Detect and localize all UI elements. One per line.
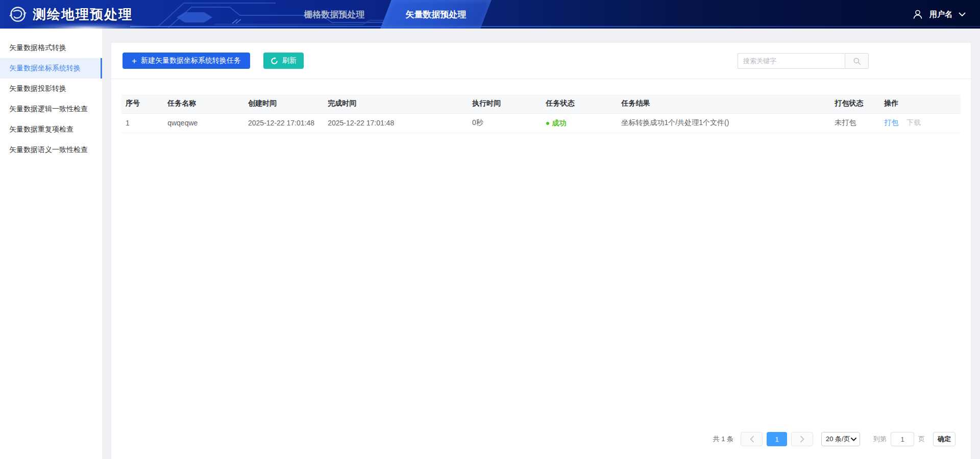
sidebar-item-logical-consistency-check[interactable]: 矢量数据逻辑一致性检查	[0, 99, 102, 119]
search-box	[738, 53, 869, 69]
sidebar: 矢量数据格式转换 矢量数据坐标系统转换 矢量数据投影转换 矢量数据逻辑一致性检查…	[0, 29, 102, 459]
cell-actions: 打包 下载	[880, 113, 961, 133]
col-task-name: 任务名称	[163, 94, 244, 113]
tab-raster-preprocessing[interactable]: 栅格数据预处理	[286, 0, 383, 29]
tasks-table: 序号 任务名称 创建时间 完成时间 执行时间 任务状态 任务结果 打包状态 操作…	[121, 94, 961, 133]
cell-finished-at: 2025-12-22 17:01:48	[324, 113, 468, 133]
status-dot-icon	[546, 122, 549, 125]
search-icon	[853, 57, 861, 65]
user-icon	[912, 9, 923, 20]
main-panel: + 新建矢量数据坐标系统转换任务 刷新	[111, 43, 971, 459]
refresh-button[interactable]: 刷新	[263, 53, 304, 69]
user-name: 用户名	[929, 10, 952, 19]
refresh-icon	[271, 57, 278, 65]
goto-prefix-label: 到第	[873, 435, 887, 444]
goto-page-input[interactable]	[891, 432, 914, 446]
tab-vector-preprocessing[interactable]: 矢量数据预处理	[386, 0, 486, 29]
chevron-left-icon	[749, 436, 754, 443]
chevron-right-icon	[800, 436, 805, 443]
app-header: 测绘地理预处理 栅格数据预处理 矢量数据预处理 用户名	[0, 0, 980, 29]
pagination: 共 1 条 1 20 条/页 到第 页 确定	[713, 432, 955, 446]
sidebar-item-projection-conversion[interactable]: 矢量数据投影转换	[0, 79, 102, 99]
sidebar-item-format-conversion[interactable]: 矢量数据格式转换	[0, 38, 102, 58]
search-button[interactable]	[845, 53, 869, 69]
app-logo-icon	[8, 5, 28, 24]
col-duration: 执行时间	[468, 94, 542, 113]
toolbar: + 新建矢量数据坐标系统转换任务 刷新	[111, 43, 971, 79]
col-actions: 操作	[880, 94, 961, 113]
cell-status: 成功	[542, 113, 618, 133]
page-number-button[interactable]: 1	[767, 432, 787, 446]
status-badge: 成功	[546, 119, 567, 128]
pagination-total: 共 1 条	[713, 435, 733, 444]
download-link[interactable]: 下载	[906, 118, 921, 126]
prev-page-button[interactable]	[741, 432, 763, 446]
table-header-row: 序号 任务名称 创建时间 完成时间 执行时间 任务状态 任务结果 打包状态 操作	[121, 94, 961, 113]
cell-duration: 0秒	[468, 113, 542, 133]
sidebar-item-semantic-consistency-check[interactable]: 矢量数据语义一致性检查	[0, 140, 102, 160]
app-title: 测绘地理预处理	[33, 6, 133, 23]
col-created-at: 创建时间	[244, 94, 324, 113]
col-result: 任务结果	[618, 94, 831, 113]
cell-package-status: 未打包	[830, 113, 880, 133]
col-finished-at: 完成时间	[324, 94, 468, 113]
sidebar-item-coordinate-system-conversion[interactable]: 矢量数据坐标系统转换	[0, 58, 102, 79]
top-tabs: 栅格数据预处理 矢量数据预处理	[286, 0, 486, 29]
col-package-status: 打包状态	[830, 94, 880, 113]
cell-result: 坐标转换成功1个/共处理1个文件()	[618, 113, 831, 133]
goto-confirm-button[interactable]: 确定	[933, 432, 955, 446]
next-page-button[interactable]	[791, 432, 813, 446]
table-row: 1 qwqeqwe 2025-12-22 17:01:48 2025-12-22…	[121, 113, 961, 133]
col-index: 序号	[121, 94, 163, 113]
goto-suffix-label: 页	[918, 435, 925, 444]
plus-icon: +	[132, 57, 137, 65]
cell-task-name: qwqeqwe	[163, 113, 244, 133]
package-link[interactable]: 打包	[884, 118, 898, 126]
cell-created-at: 2025-12-22 17:01:48	[244, 113, 324, 133]
header-glow	[20, 22, 153, 29]
new-task-button[interactable]: + 新建矢量数据坐标系统转换任务	[122, 53, 250, 69]
page-size-select[interactable]: 20 条/页	[821, 432, 860, 446]
chevron-down-icon	[959, 12, 966, 17]
sidebar-item-duplicate-check[interactable]: 矢量数据重复项检查	[0, 119, 102, 140]
user-menu[interactable]: 用户名	[912, 0, 966, 29]
col-status: 任务状态	[542, 94, 618, 113]
table-area: 序号 任务名称 创建时间 完成时间 执行时间 任务状态 任务结果 打包状态 操作…	[111, 79, 971, 133]
header-accent-line	[130, 26, 980, 27]
select-chevron-down-icon	[851, 438, 856, 441]
cell-index: 1	[121, 113, 163, 133]
search-input[interactable]	[738, 53, 845, 69]
